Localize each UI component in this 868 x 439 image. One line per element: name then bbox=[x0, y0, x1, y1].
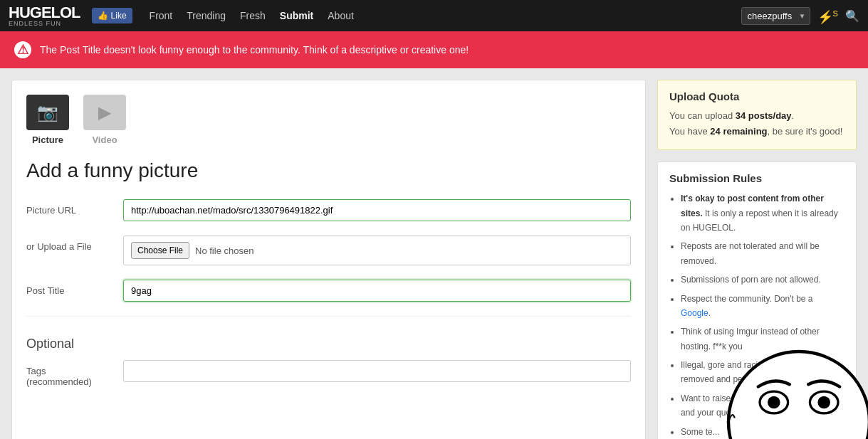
file-upload-area: Choose File No file chosen bbox=[123, 236, 631, 265]
svg-point-4 bbox=[817, 396, 830, 409]
user-area: cheezpuffs ⚡s 🔍 bbox=[741, 6, 860, 25]
points-icon[interactable]: ⚡s bbox=[817, 6, 839, 25]
user-dropdown-wrapper: cheezpuffs bbox=[741, 7, 810, 25]
tags-label: Tags (recommended) bbox=[26, 360, 112, 387]
divider bbox=[26, 316, 631, 317]
form-title: Add a funny picture bbox=[26, 159, 631, 182]
picture-url-label: Picture URL bbox=[26, 199, 112, 216]
right-panel: Upload Quota You can upload 34 posts/day… bbox=[657, 80, 857, 439]
nav-submit[interactable]: Submit bbox=[280, 10, 313, 21]
logo-text: HUGELOL bbox=[9, 5, 80, 21]
quota-remaining: 24 remaining bbox=[710, 126, 767, 137]
rule-item-2: Reposts are not tolerated and will be re… bbox=[681, 239, 845, 268]
search-icon[interactable]: 🔍 bbox=[845, 9, 859, 23]
alert-message: The Post Title doesn't look funny enough… bbox=[40, 44, 469, 55]
post-title-input[interactable] bbox=[123, 280, 631, 302]
tags-control bbox=[123, 360, 631, 382]
picture-url-control bbox=[123, 199, 631, 221]
quota-line2-suffix: , be sure it's good! bbox=[768, 126, 843, 137]
logo-subtitle: ENDLESS FUN bbox=[9, 21, 80, 27]
alert-banner: ⚠ The Post Title doesn't look funny enou… bbox=[0, 31, 868, 68]
rule-1-bold: It's okay to post content from other sit… bbox=[681, 194, 824, 218]
rule-item-4: Respect the community. Don't be a Google… bbox=[681, 292, 845, 321]
camera-icon: 📷 bbox=[26, 95, 69, 130]
main-nav: Front Trending Fresh Submit About bbox=[150, 10, 730, 21]
svg-point-2 bbox=[768, 396, 780, 409]
main-layout: 📷 Picture ▶ Video Add a funny picture Pi… bbox=[0, 68, 868, 439]
rule-item-3: Submissions of porn are not allowed. bbox=[681, 273, 845, 287]
tab-video[interactable]: ▶ Video bbox=[83, 95, 126, 145]
header: HUGELOL ENDLESS FUN 👍 Like Front Trendin… bbox=[0, 0, 868, 31]
tab-picture[interactable]: 📷 Picture bbox=[26, 95, 69, 145]
meme-face-image bbox=[721, 344, 868, 439]
google-link[interactable]: Google bbox=[681, 308, 708, 318]
nav-trending[interactable]: Trending bbox=[187, 10, 226, 21]
tab-video-label: Video bbox=[92, 134, 117, 145]
nav-fresh[interactable]: Fresh bbox=[240, 10, 266, 21]
upload-tabs: 📷 Picture ▶ Video bbox=[26, 95, 631, 145]
upload-file-row: or Upload a File Choose File No file cho… bbox=[26, 236, 631, 265]
like-button[interactable]: 👍 Like bbox=[92, 8, 132, 23]
tags-row: Tags (recommended) bbox=[26, 360, 631, 387]
choose-file-button[interactable]: Choose File bbox=[131, 242, 189, 259]
optional-section-title: Optional bbox=[26, 329, 631, 351]
upload-file-control: Choose File No file chosen bbox=[123, 236, 631, 265]
left-panel: 📷 Picture ▶ Video Add a funny picture Pi… bbox=[11, 80, 646, 439]
rules-title: Submission Rules bbox=[669, 172, 845, 184]
rules-box: Submission Rules It's okay to post conte… bbox=[657, 162, 857, 439]
tags-input[interactable] bbox=[123, 360, 631, 382]
logo-area: HUGELOL ENDLESS FUN bbox=[9, 5, 80, 27]
picture-url-row: Picture URL bbox=[26, 199, 631, 221]
rule-item-1: It's okay to post content from other sit… bbox=[681, 191, 845, 235]
nav-front[interactable]: Front bbox=[150, 10, 173, 21]
quota-box: Upload Quota You can upload 34 posts/day… bbox=[657, 80, 857, 150]
quota-line1-prefix: You can upload bbox=[669, 110, 736, 121]
quota-text: You can upload 34 posts/day. You have 24… bbox=[669, 108, 845, 139]
user-dropdown[interactable]: cheezpuffs bbox=[741, 7, 810, 25]
quota-title: Upload Quota bbox=[669, 90, 845, 102]
alert-icon: ⚠ bbox=[14, 41, 31, 58]
tab-picture-label: Picture bbox=[32, 134, 63, 145]
thumbs-up-icon: 👍 bbox=[98, 11, 108, 21]
post-title-label: Post Title bbox=[26, 280, 112, 296]
post-title-control bbox=[123, 280, 631, 302]
quota-line2-prefix: You have bbox=[669, 126, 710, 137]
quota-posts-day: 34 posts/day bbox=[736, 110, 792, 121]
picture-url-input[interactable] bbox=[123, 199, 631, 221]
like-label: Like bbox=[111, 11, 127, 21]
video-icon: ▶ bbox=[83, 95, 126, 130]
svg-point-0 bbox=[728, 351, 868, 439]
file-chosen-text: No file chosen bbox=[195, 245, 253, 256]
upload-file-label: or Upload a File bbox=[26, 236, 112, 252]
post-title-row: Post Title bbox=[26, 280, 631, 302]
quota-line1-suffix: . bbox=[792, 110, 795, 121]
nav-about[interactable]: About bbox=[328, 10, 354, 21]
